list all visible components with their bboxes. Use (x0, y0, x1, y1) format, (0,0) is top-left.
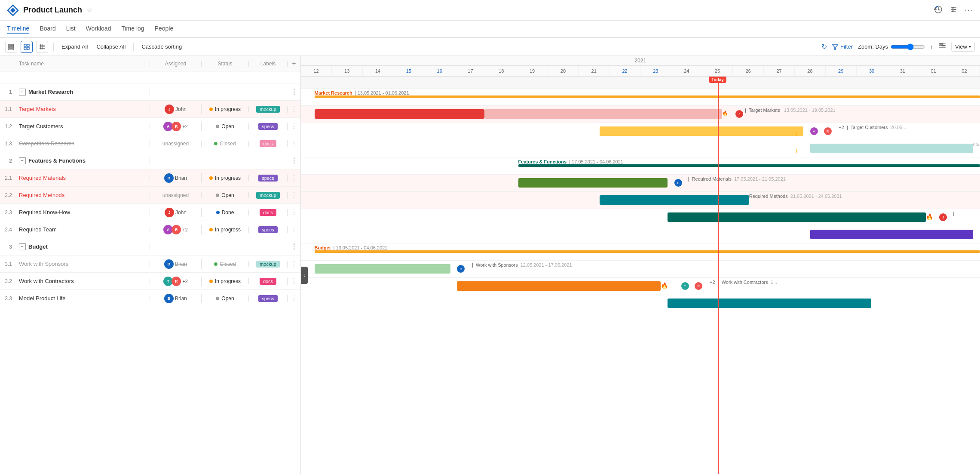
gantt-bar-req-knowhow[interactable] (668, 212, 925, 222)
tab-timelog[interactable]: Time log (121, 25, 144, 34)
add-column-btn[interactable]: + (288, 60, 300, 68)
gantt-bar-competitors[interactable] (810, 144, 973, 153)
row-assigned-cell: A R +2 (150, 225, 202, 234)
row-status-cell: Closed (202, 141, 249, 147)
row-number: 1 (0, 89, 15, 95)
row-actions-btn[interactable]: ⋮ (288, 294, 300, 302)
more-icon[interactable]: ··· (965, 6, 973, 14)
svg-rect-12 (9, 49, 14, 50)
row-actions-btn[interactable]: ⋮ (288, 243, 300, 251)
tab-people[interactable]: People (155, 25, 174, 34)
scroll-left-btn[interactable]: ‹ (301, 267, 308, 284)
cascade-sorting-btn[interactable]: Cascade sorting (139, 42, 184, 51)
task-name[interactable]: Target Customers (19, 123, 63, 129)
view-icon-btn-2[interactable] (21, 41, 33, 53)
group-collapse-icon[interactable]: − (19, 157, 26, 164)
view-icon-btn-1[interactable] (5, 41, 17, 53)
label-badge[interactable]: specs (258, 226, 278, 233)
row-name-cell: Required Know-How (15, 209, 150, 215)
avatar: B (674, 179, 682, 187)
tab-timeline[interactable]: Timeline (7, 25, 29, 34)
task-name[interactable]: Work with Sponsors (19, 261, 68, 267)
task-name[interactable]: Competitors Research (19, 140, 74, 147)
row-actions-btn[interactable]: ⋮ (288, 174, 300, 182)
row-name-cell: Competitors Research (15, 140, 150, 147)
gantt-bar-budget[interactable] (315, 250, 980, 253)
label-badge[interactable]: specs (258, 295, 278, 302)
row-actions-btn[interactable]: ⋮ (288, 88, 300, 96)
row-status-cell: Open (202, 123, 249, 129)
gantt-label-features: Features & Functions | 17.05.2021 - 04.0… (518, 159, 623, 164)
task-name[interactable]: Required Team (19, 226, 57, 233)
gantt-bar-req-methods[interactable] (600, 195, 749, 205)
group-collapse-icon[interactable]: − (19, 89, 26, 95)
view-icon-btn-3[interactable] (36, 41, 48, 53)
row-actions-btn[interactable]: ⋮ (288, 139, 300, 148)
gantt-bar-features[interactable] (518, 164, 980, 167)
app-header: Product Launch ☆ ··· (0, 0, 980, 21)
avatar: B (164, 259, 174, 269)
gantt-panel: 2021 12131415161718192021222324252627282… (301, 56, 980, 474)
gantt-bar-req-team[interactable] (810, 230, 973, 239)
table-row (0, 71, 300, 83)
gantt-bar-sponsors[interactable] (315, 264, 450, 274)
collapse-all-btn[interactable]: Collapse All (94, 42, 128, 51)
zoom-slider[interactable] (891, 43, 925, 50)
task-name[interactable]: Required Know-How (19, 209, 70, 215)
tab-list[interactable]: List (66, 25, 76, 34)
gantt-label-sponsors: | Work with Sponsors 12.05.2021 - 17.05.… (471, 262, 572, 268)
row-actions-btn[interactable]: ⋮ (288, 208, 300, 216)
label-badge[interactable]: mockup (256, 261, 280, 268)
task-name[interactable]: Model Product Life (19, 295, 65, 302)
settings-icon[interactable] (949, 5, 958, 15)
share-icon[interactable]: ↑ (930, 43, 933, 50)
star-icon[interactable]: ☆ (86, 6, 92, 14)
label-badge[interactable]: docs (260, 278, 276, 285)
row-actions-btn[interactable]: ⋮ (288, 122, 300, 130)
label-badge[interactable]: docs (260, 140, 276, 147)
table-row: 1 − Market Research ⋮ (0, 83, 300, 101)
gantt-bar-target-markets[interactable] (315, 109, 484, 119)
row-actions-btn[interactable]: ⋮ (288, 157, 300, 165)
row-actions-btn[interactable]: ⋮ (288, 225, 300, 234)
row-actions-btn[interactable]: ⋮ (288, 191, 300, 199)
row-assigned-cell: A R +2 (150, 122, 202, 131)
task-name[interactable]: Target Markets (19, 106, 56, 112)
row-number: 2.1 (0, 175, 15, 181)
nav-tabs: Timeline Board List Workload Time log Pe… (0, 21, 980, 38)
row-actions-btn[interactable]: ⋮ (288, 260, 300, 268)
group-collapse-icon[interactable]: − (19, 243, 26, 250)
filter-btn[interactable]: Filter (832, 43, 853, 50)
gantt-bar-target-markets-2 (484, 109, 722, 119)
refresh-icon[interactable]: ↻ (821, 43, 827, 51)
row-actions-btn[interactable]: ⋮ (288, 105, 300, 113)
gantt-bar-market-research[interactable] (315, 95, 980, 98)
label-badge[interactable]: mockup (256, 192, 280, 199)
row-name-cell: − Market Research (15, 89, 150, 95)
gantt-bar-model-product[interactable] (668, 299, 871, 308)
gantt-view-icon[interactable] (938, 43, 946, 50)
status-dot (209, 108, 213, 111)
gantt-bar-target-customers[interactable] (600, 126, 803, 136)
row-assigned-cell: B Brian (150, 173, 202, 183)
gantt-header: 2021 12131415161718192021222324252627282… (301, 56, 980, 77)
task-name[interactable]: Required Materials (19, 175, 66, 181)
history-icon[interactable] (934, 5, 943, 15)
label-badge[interactable]: specs (258, 175, 278, 182)
label-badge[interactable]: specs (258, 123, 278, 130)
label-badge[interactable]: docs (260, 209, 276, 216)
gantt-bar-req-materials[interactable] (518, 178, 668, 188)
label-badge[interactable]: mockup (256, 106, 280, 113)
row-labels-cell: specs (249, 226, 288, 233)
toolbar: Expand All Collapse All Cascade sorting … (0, 38, 980, 56)
task-name[interactable]: Required Methods (19, 192, 64, 198)
gantt-bar-contractors[interactable] (457, 281, 661, 291)
tab-board[interactable]: Board (40, 25, 55, 34)
task-name[interactable]: Work with Contractors (19, 278, 74, 284)
dependency-line-2 (796, 149, 797, 153)
row-actions-btn[interactable]: ⋮ (288, 277, 300, 285)
expand-all-btn[interactable]: Expand All (59, 42, 90, 51)
view-dropdown-btn[interactable]: View ▾ (951, 42, 975, 52)
tab-workload[interactable]: Workload (86, 25, 111, 34)
task-name: Budget (28, 243, 48, 250)
